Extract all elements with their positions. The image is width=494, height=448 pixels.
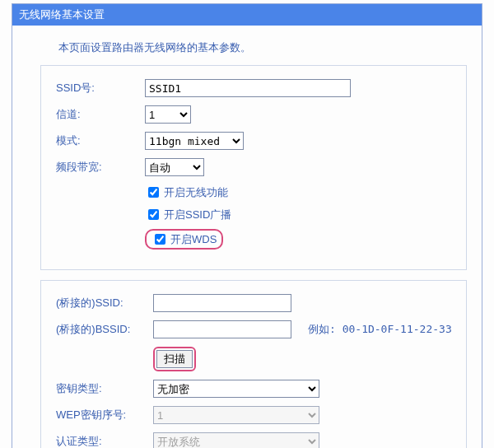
settings-window: 无线网络基本设置 本页面设置路由器无线网络的基本参数。 SSID号: 信道: 1 xyxy=(12,3,482,448)
ssid-label: SSID号: xyxy=(56,81,145,96)
basic-settings-panel: SSID号: 信道: 1 模式: 11bgn mixed xyxy=(40,65,467,270)
window-title: 无线网络基本设置 xyxy=(12,4,482,26)
bssid-example: 例如: 00-1D-0F-11-22-33 xyxy=(308,322,452,337)
enable-wds-checkbox[interactable] xyxy=(155,234,165,245)
scan-button[interactable]: 扫描 xyxy=(156,350,193,368)
enable-wds-row: 开启WDS xyxy=(145,229,453,250)
enable-wireless-label: 开启无线功能 xyxy=(164,185,228,200)
enable-wds-label: 开启WDS xyxy=(170,232,217,247)
channel-label: 信道: xyxy=(56,107,145,122)
bridge-bssid-input[interactable] xyxy=(153,320,291,338)
auth-select[interactable]: 开放系统 xyxy=(153,432,319,448)
enable-wireless-checkbox[interactable] xyxy=(148,187,159,198)
bandwidth-label: 频段带宽: xyxy=(56,160,145,175)
keytype-label: 密钥类型: xyxy=(56,381,153,396)
mode-select[interactable]: 11bgn mixed xyxy=(145,132,244,150)
enable-ssid-broadcast-row: 开启SSID广播 xyxy=(145,207,453,222)
wep-index-select[interactable]: 1 xyxy=(153,406,319,424)
auth-label: 认证类型: xyxy=(56,434,153,448)
wds-settings-panel: (桥接的)SSID: (桥接的)BSSID: 例如: 00-1D-0F-11-2… xyxy=(40,280,467,448)
enable-ssid-broadcast-label: 开启SSID广播 xyxy=(164,208,231,222)
enable-wireless-row: 开启无线功能 xyxy=(145,184,453,200)
channel-select[interactable]: 1 xyxy=(145,105,191,124)
mode-label: 模式: xyxy=(56,133,145,148)
bridge-ssid-label: (桥接的)SSID: xyxy=(56,296,153,310)
scan-highlight: 扫描 xyxy=(153,347,196,371)
bridge-ssid-input[interactable] xyxy=(153,294,291,312)
wep-index-label: WEP密钥序号: xyxy=(56,408,153,422)
wds-highlight: 开启WDS xyxy=(145,229,223,250)
bandwidth-select[interactable]: 自动 xyxy=(145,158,204,176)
enable-ssid-broadcast-checkbox[interactable] xyxy=(148,209,159,220)
ssid-input[interactable] xyxy=(145,79,351,97)
bridge-bssid-label: (桥接的)BSSID: xyxy=(56,322,153,337)
content-area: 本页面设置路由器无线网络的基本参数。 SSID号: 信道: 1 模式: xyxy=(12,26,482,448)
intro-text: 本页面设置路由器无线网络的基本参数。 xyxy=(12,34,482,65)
keytype-select[interactable]: 无加密 xyxy=(153,380,319,398)
